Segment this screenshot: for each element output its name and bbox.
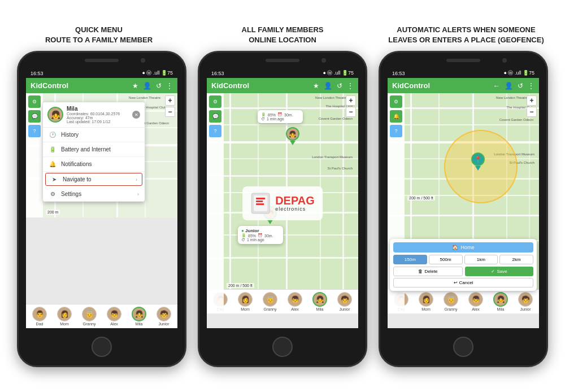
avatar-junior-2[interactable]: 🧒 Junior: [337, 292, 352, 311]
zoom-in-2[interactable]: +: [346, 95, 356, 106]
app-header-3[interactable]: KidControl ← 👤 ↺ ⋮: [388, 78, 539, 93]
navigate-label: Navigate to: [63, 176, 92, 182]
zoom-controls-1[interactable]: + −: [165, 95, 175, 117]
time-icon-mila: ⏱: [261, 117, 265, 121]
cancel-button[interactable]: ↩ Cancel: [393, 278, 533, 288]
avatar-mom-2[interactable]: 👩 Mom: [238, 292, 253, 311]
avatar-granny-label-2: Granny: [264, 307, 277, 311]
check-icon: ✓: [491, 269, 495, 274]
more-icon-2[interactable]: ⋮: [347, 82, 354, 90]
menu-person-name: Mila: [67, 106, 129, 112]
navigate-arrow: ›: [136, 177, 137, 182]
avatar-alex[interactable]: 👦 Alex: [107, 307, 121, 326]
trash-icon: 🗑: [418, 269, 423, 274]
add-member-icon-3[interactable]: 👤: [505, 82, 513, 90]
page-container: QUICK MENU ROUTE TO A FAMILY MEMBER ALL …: [0, 0, 565, 392]
map-sidebar-1: ⚙ 💬 ?: [26, 93, 43, 217]
avatar-alex-3[interactable]: 👦 Alex: [468, 292, 483, 311]
avatar-granny[interactable]: 👵 Granny: [82, 307, 97, 326]
refresh-icon-3[interactable]: ↺: [518, 82, 523, 90]
dist-500m[interactable]: 500m: [429, 255, 463, 264]
menu-item-settings[interactable]: ⚙ Settings ›: [43, 187, 145, 202]
zoom-controls-2[interactable]: + −: [346, 95, 356, 117]
zoom-in-3[interactable]: +: [527, 95, 537, 106]
menu-item-battery[interactable]: 🔋 Battery and Internet: [43, 142, 145, 157]
avatar-mom-3[interactable]: 👩 Mom: [419, 292, 433, 311]
dist-150m[interactable]: 150m: [393, 255, 427, 264]
notification-sidebar-icon-3[interactable]: 🔔: [390, 110, 402, 123]
menu-item-notifications[interactable]: 🔔 Notifications: [43, 157, 145, 172]
avatar-junior-label-2: Junior: [339, 307, 350, 311]
add-member-icon[interactable]: 👤: [143, 82, 151, 90]
zoom-in-1[interactable]: +: [165, 95, 175, 106]
avatar-mom-circle-3: 👩: [419, 292, 433, 307]
avatar-mom[interactable]: 👩 Mom: [57, 307, 72, 326]
help-sidebar-icon[interactable]: ?: [28, 125, 41, 137]
star-icon[interactable]: ★: [132, 82, 138, 90]
app-header-1[interactable]: KidControl ★ 👤 ↺ ⋮: [26, 78, 177, 93]
menu-item-navigate[interactable]: ➤ Navigate to ›: [45, 173, 142, 186]
menu-close-btn[interactable]: ✕: [132, 111, 140, 119]
settings-sidebar-icon-3[interactable]: ⚙: [390, 95, 402, 108]
phone-1-top: [19, 53, 185, 68]
geofence-home-btn[interactable]: 🏠 Home: [393, 242, 533, 252]
junior-time: ⏱ 1 min ago: [241, 238, 280, 242]
avatar-mila-2[interactable]: 👧 Mila: [312, 292, 327, 311]
battery-icon-mila: 🔋: [261, 112, 266, 117]
avatar-mila-3[interactable]: 👧 Mila: [493, 292, 508, 311]
save-button[interactable]: ✓ Save: [465, 267, 533, 276]
phone-2-top: [199, 53, 366, 68]
avatar-mila[interactable]: 👧 Mila: [132, 307, 146, 326]
phone-3-camera: [502, 58, 507, 63]
avatar-junior-label-3: Junior: [520, 307, 531, 311]
settings-sidebar-icon-2[interactable]: ⚙: [209, 95, 221, 108]
phone-1-screen: 16:53 ● ⓦ .ull 🔋75 KidControl ★ 👤 ↺ ⋮: [26, 68, 177, 328]
history-label: History: [61, 132, 79, 138]
phone-2-home-btn[interactable]: [272, 337, 293, 357]
map-sidebar-2: ⚙ 💬 ?: [207, 93, 224, 313]
help-sidebar-icon-2[interactable]: ?: [209, 125, 221, 137]
zoom-controls-3[interactable]: + −: [527, 95, 537, 117]
refresh-icon-2[interactable]: ↺: [337, 82, 342, 90]
avatar-alex-2[interactable]: 👦 Alex: [288, 292, 302, 311]
time-icon-junior: ⏱: [241, 238, 245, 242]
refresh-icon[interactable]: ↺: [156, 82, 162, 90]
dist-2km[interactable]: 2km: [499, 255, 533, 264]
zoom-out-2[interactable]: −: [346, 107, 356, 117]
more-icon[interactable]: ⋮: [166, 82, 173, 90]
zoom-out-1[interactable]: −: [165, 107, 175, 117]
avatar-junior-3[interactable]: 🧒 Junior: [518, 292, 533, 311]
avatar-granny-3[interactable]: 👵 Granny: [444, 292, 458, 311]
phone-3-home-btn[interactable]: [453, 337, 473, 357]
help-sidebar-icon-3[interactable]: ?: [390, 125, 402, 137]
settings-sidebar-icon[interactable]: ⚙: [28, 95, 41, 108]
add-member-icon-2[interactable]: 👤: [324, 82, 332, 90]
depag-logo-svg: [250, 192, 271, 215]
location-card-mila: 🔋 85% ⏰ 30m. ⏱ 1 min ago: [258, 110, 303, 123]
delete-button[interactable]: 🗑 Delete: [393, 267, 463, 276]
mila-time: ⏱ 1 min ago: [261, 117, 299, 121]
svg-rect-3: [256, 201, 263, 202]
menu-item-history[interactable]: 🕐 History: [43, 128, 145, 142]
map-scale-3: 200 m / 500 ft: [407, 195, 435, 201]
avatar-junior[interactable]: 🧒 Junior: [157, 307, 171, 326]
geofence-distance-row: 150m 500m 1km 2km: [393, 255, 533, 264]
phone-1-home-btn[interactable]: [92, 337, 112, 357]
phones-row: 16:53 ● ⓦ .ull 🔋75 KidControl ★ 👤 ↺ ⋮: [17, 51, 548, 367]
chat-sidebar-icon-2[interactable]: 💬: [209, 110, 221, 123]
avatar-mila-label-2: Mila: [316, 307, 324, 311]
app-header-2[interactable]: KidControl ★ 👤 ↺ ⋮: [207, 78, 358, 93]
avatar-dad[interactable]: 👨 Dad: [32, 307, 47, 326]
avatar-alex-circle-2: 👦: [288, 292, 302, 307]
notification-icon: 🔔: [49, 161, 56, 167]
back-icon-3[interactable]: ←: [493, 82, 500, 90]
chat-sidebar-icon[interactable]: 💬: [28, 110, 41, 123]
map-label-theatre: New London Theatre: [129, 96, 160, 99]
avatar-granny-2[interactable]: 👵 Granny: [263, 292, 277, 311]
star-icon-2[interactable]: ★: [313, 82, 319, 90]
dist-1km[interactable]: 1km: [464, 255, 498, 264]
more-icon-3[interactable]: ⋮: [528, 82, 534, 90]
zoom-out-3[interactable]: −: [527, 107, 537, 117]
battery-icon-junior: 🔋: [241, 233, 246, 238]
phone-3-top: [380, 53, 546, 68]
